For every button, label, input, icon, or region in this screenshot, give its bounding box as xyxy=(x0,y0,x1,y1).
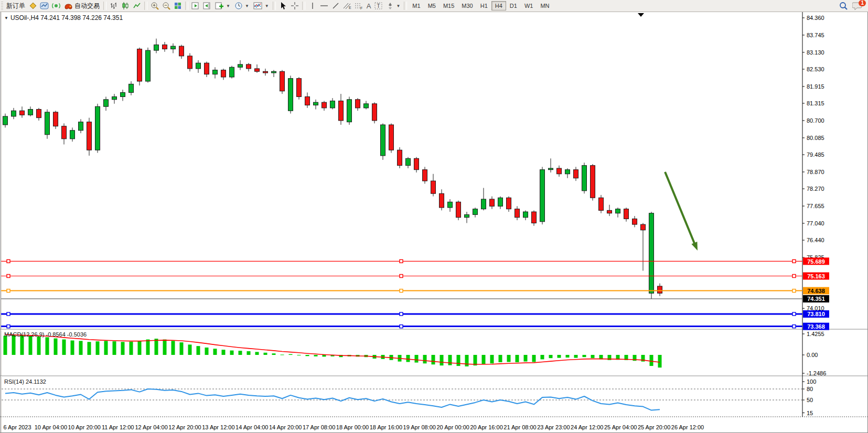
line-selection-handle[interactable] xyxy=(792,274,796,277)
date-tick-label[interactable]: 24 Apr 12:00 xyxy=(571,424,603,430)
candle[interactable] xyxy=(574,170,578,178)
candle[interactable] xyxy=(129,84,134,92)
signal-icon[interactable] xyxy=(50,1,62,11)
candle[interactable] xyxy=(599,198,604,210)
candle[interactable] xyxy=(372,104,377,121)
candle[interactable] xyxy=(532,212,537,223)
candle[interactable] xyxy=(607,210,612,213)
timeframe-button-h1[interactable]: H1 xyxy=(477,1,491,10)
candle[interactable] xyxy=(37,110,41,118)
candle[interactable] xyxy=(490,199,495,206)
candle[interactable] xyxy=(238,64,243,67)
equidistant-channel-tool-icon[interactable]: E xyxy=(341,1,353,11)
date-tick-label[interactable]: 20 Apr 00:00 xyxy=(437,424,469,430)
candle[interactable] xyxy=(658,286,662,293)
arrows-tool-button[interactable]: ▼ xyxy=(384,1,402,11)
notifications-button[interactable]: 1 xyxy=(852,1,865,11)
candle[interactable] xyxy=(3,116,8,125)
line-selection-handle[interactable] xyxy=(7,289,10,293)
candle[interactable] xyxy=(230,67,234,77)
candle[interactable] xyxy=(112,96,117,99)
candle[interactable] xyxy=(624,209,629,219)
candle[interactable] xyxy=(221,70,226,77)
auto-scroll-icon[interactable] xyxy=(190,1,201,11)
candle[interactable] xyxy=(53,112,58,126)
indicators-button[interactable]: ▼ xyxy=(251,1,271,11)
horizontal-line-tool-icon[interactable] xyxy=(318,1,330,11)
crosshair-tool-icon[interactable] xyxy=(289,1,301,11)
candle[interactable] xyxy=(297,79,302,97)
line-selection-handle[interactable] xyxy=(792,325,796,328)
candle[interactable] xyxy=(188,56,192,69)
candle[interactable] xyxy=(406,158,411,165)
candle[interactable] xyxy=(616,209,620,213)
candle[interactable] xyxy=(582,166,587,191)
chart-symbol-title[interactable]: ▼USOil-,H4 74.241 74.398 74.226 74.351 xyxy=(4,14,123,21)
new-order-button[interactable]: 新订单 xyxy=(4,1,27,11)
zoom-out-icon[interactable] xyxy=(160,1,172,11)
candlestick-chart-type-icon[interactable] xyxy=(120,1,131,11)
candle[interactable] xyxy=(205,63,209,74)
candle[interactable] xyxy=(87,122,92,150)
candle[interactable] xyxy=(95,106,100,150)
line-chart-type-icon[interactable] xyxy=(131,1,143,11)
candle[interactable] xyxy=(104,100,109,106)
candle[interactable] xyxy=(465,214,469,217)
candle[interactable] xyxy=(633,219,637,224)
text-label-tool-icon[interactable]: T xyxy=(373,1,384,11)
timeframe-button-m15[interactable]: M15 xyxy=(440,1,458,10)
candle[interactable] xyxy=(314,102,318,105)
date-tick-label[interactable]: 12 Apr 20:00 xyxy=(168,424,201,430)
candle[interactable] xyxy=(330,101,335,108)
candle[interactable] xyxy=(20,111,25,115)
candle[interactable] xyxy=(557,168,562,174)
line-selection-handle[interactable] xyxy=(7,325,10,328)
candle[interactable] xyxy=(163,45,167,49)
timeframe-button-m5[interactable]: M5 xyxy=(424,1,440,10)
market-watch-icon[interactable] xyxy=(39,1,50,11)
candle[interactable] xyxy=(481,199,486,209)
candle[interactable] xyxy=(146,50,151,81)
new-chart-button[interactable]: ▼ xyxy=(213,1,232,11)
date-tick-label[interactable]: 25 Apr 20:00 xyxy=(638,424,670,430)
line-selection-handle[interactable] xyxy=(792,289,796,293)
candle[interactable] xyxy=(381,125,385,156)
candle[interactable] xyxy=(272,71,276,73)
timeframe-button-w1[interactable]: W1 xyxy=(521,1,537,10)
candle[interactable] xyxy=(549,168,553,170)
candle[interactable] xyxy=(356,100,360,108)
candle[interactable] xyxy=(154,45,159,50)
candle[interactable] xyxy=(389,125,394,150)
candle[interactable] xyxy=(398,150,402,165)
date-tick-label[interactable]: 25 Apr 04:00 xyxy=(604,424,637,430)
candle[interactable] xyxy=(213,70,218,74)
candle[interactable] xyxy=(440,193,444,208)
line-selection-handle[interactable] xyxy=(400,259,403,263)
line-selection-handle[interactable] xyxy=(792,259,796,263)
candle[interactable] xyxy=(62,126,67,139)
line-selection-handle[interactable] xyxy=(400,274,403,277)
line-selection-handle[interactable] xyxy=(7,274,10,277)
candle[interactable] xyxy=(498,198,503,206)
date-tick-label[interactable]: 23 Apr 23:00 xyxy=(537,424,570,430)
date-tick-label[interactable]: 11 Apr 12:00 xyxy=(102,424,134,430)
date-tick-label[interactable]: 14 Apr 04:00 xyxy=(235,424,268,430)
timeframe-button-m1[interactable]: M1 xyxy=(409,1,424,10)
line-selection-handle[interactable] xyxy=(400,312,403,316)
candle[interactable] xyxy=(322,102,327,108)
chart-canvas[interactable]: 84.36083.74583.13082.53081.91581.31580.7… xyxy=(0,0,868,433)
candle[interactable] xyxy=(288,79,293,111)
line-selection-handle[interactable] xyxy=(400,325,403,328)
tile-windows-icon[interactable] xyxy=(172,1,184,11)
candle[interactable] xyxy=(79,122,83,131)
date-tick-label[interactable]: 20 Apr 16:00 xyxy=(470,424,502,430)
candle[interactable] xyxy=(423,170,427,181)
candle[interactable] xyxy=(196,63,201,69)
candle[interactable] xyxy=(649,213,654,294)
date-tick-label[interactable]: 12 Apr 04:00 xyxy=(135,424,167,430)
line-selection-handle[interactable] xyxy=(792,312,796,316)
candle[interactable] xyxy=(414,158,419,169)
auto-trading-button[interactable]: 自动交易 xyxy=(62,1,102,11)
candle[interactable] xyxy=(179,46,184,56)
candle[interactable] xyxy=(448,202,453,208)
